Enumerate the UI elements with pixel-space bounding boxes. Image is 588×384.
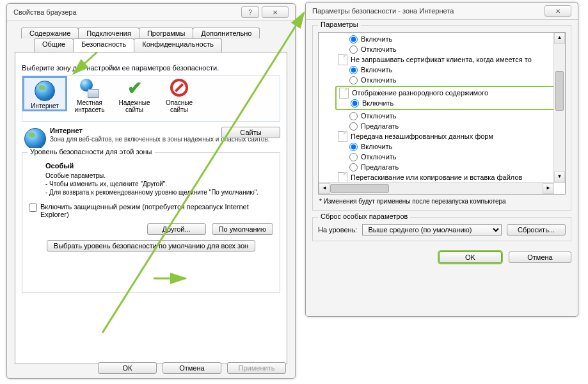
- page-icon: [338, 172, 347, 183]
- tab-strip: Содержание Подключения Программы Дополни…: [15, 28, 287, 52]
- zone-prompt: Выберите зону для настройки ее параметро…: [22, 64, 280, 72]
- ok-button[interactable]: OK: [439, 252, 502, 263]
- zone-intranet[interactable]: Местная интрасеть: [67, 76, 112, 113]
- reset-all-zones-button[interactable]: Выбрать уровень безопасности по умолчани…: [47, 240, 255, 252]
- security-panel: Выберите зону для настройки ее параметро…: [15, 52, 287, 364]
- protected-mode-checkbox[interactable]: Включить защищенный режим (потребуется п…: [29, 203, 273, 218]
- level-name: Особый: [45, 162, 273, 170]
- custom-level-button[interactable]: Другой...: [147, 223, 206, 235]
- zone-restricted[interactable]: Опасные сайты: [157, 76, 202, 113]
- page-icon: [338, 54, 347, 65]
- tab-security[interactable]: Безопасность: [73, 38, 134, 52]
- sites-button[interactable]: Сайты: [221, 127, 280, 138]
- scroll-down-arrow[interactable]: ▼: [554, 172, 565, 183]
- radio-option[interactable]: Предлагать: [322, 162, 565, 172]
- tab-connections[interactable]: Подключения: [78, 28, 139, 38]
- group-title: Уровень безопасности для этой зоны: [28, 148, 155, 156]
- tab-content[interactable]: Содержание: [21, 28, 79, 38]
- page-icon: [338, 131, 347, 142]
- tab-general[interactable]: Общие: [34, 38, 74, 52]
- restart-note: * Изменения будут применены после переза…: [319, 198, 564, 205]
- security-level-group: Уровень безопасности для этой зоны Особы…: [22, 152, 280, 293]
- help-button[interactable]: ?: [241, 6, 259, 18]
- radio-option[interactable]: Отключить: [322, 75, 565, 85]
- setting-heading: Перетаскивание или копирование и вставка…: [322, 172, 565, 182]
- highlighted-setting: Отображение разнородного содержимого Вкл…: [335, 86, 564, 110]
- dialog-footer: ОК Отмена Применить: [94, 362, 286, 374]
- radio-option[interactable]: Отключить: [322, 152, 565, 162]
- scroll-thumb[interactable]: [330, 184, 389, 193]
- tab-privacy[interactable]: Конфиденциальность: [134, 38, 222, 52]
- cancel-button[interactable]: Отмена: [509, 252, 571, 263]
- forbidden-icon: [170, 79, 189, 98]
- ok-button[interactable]: ОК: [98, 362, 157, 374]
- group-title: Параметры: [318, 20, 361, 28]
- radio-option[interactable]: Отключить: [322, 111, 565, 121]
- radio-option[interactable]: Отключить: [322, 44, 565, 54]
- radio-option[interactable]: Включить: [322, 34, 565, 44]
- setting-heading: Передача незашифрованных данных форм: [322, 131, 565, 141]
- checkmark-icon: ✔: [125, 79, 144, 98]
- zone-trusted[interactable]: ✔ Надежные сайты: [112, 76, 157, 113]
- reset-level-combo[interactable]: Выше среднего (по умолчанию): [362, 224, 502, 236]
- globe-icon: [35, 81, 55, 101]
- dialog-title: Свойства браузера: [13, 8, 241, 16]
- close-button[interactable]: ✕: [544, 5, 571, 17]
- vertical-scrollbar[interactable]: ▲ ▼: [553, 33, 565, 183]
- zone-list: Интернет Местная интрасеть ✔ Надежные са…: [22, 76, 280, 122]
- reset-label: На уровень:: [318, 226, 357, 234]
- tab-programs[interactable]: Программы: [139, 28, 193, 38]
- default-level-button[interactable]: По умолчанию: [212, 223, 273, 235]
- cancel-button[interactable]: Отмена: [163, 362, 221, 374]
- zone-description: Интернет Зона для веб-сайтов, не включен…: [22, 127, 280, 143]
- zone-name: Интернет: [50, 127, 83, 134]
- page-icon: [339, 88, 349, 99]
- scroll-up-arrow[interactable]: ▲: [554, 33, 565, 44]
- dialog-footer: OK Отмена: [312, 252, 571, 263]
- dialog-title: Параметры безопасности - зона Интернета: [312, 7, 544, 15]
- reset-button[interactable]: Сбросить...: [507, 224, 566, 236]
- setting-heading: Отображение разнородного содержимого: [337, 88, 562, 98]
- reset-group: Сброс особых параметров На уровень: Выше…: [312, 217, 571, 241]
- setting-heading: Не запрашивать сертификат клиента, когда…: [322, 54, 565, 65]
- horizontal-scrollbar[interactable]: ◄ ►: [319, 182, 554, 194]
- radio-option[interactable]: Включить: [322, 141, 565, 152]
- close-button[interactable]: ✕: [262, 6, 289, 18]
- settings-tree[interactable]: Включить Отключить Не запрашивать сертиф…: [318, 32, 566, 195]
- parameters-group: Параметры Включить Отключить Не запрашив…: [312, 25, 571, 211]
- zone-internet[interactable]: Интернет: [22, 76, 67, 111]
- apply-button[interactable]: Применить: [227, 362, 286, 374]
- scroll-right-arrow[interactable]: ►: [543, 183, 554, 194]
- intranet-icon: [80, 79, 99, 98]
- group-title: Сброс особых параметров: [318, 212, 410, 220]
- dialog-titlebar: Параметры безопасности - зона Интернета …: [306, 3, 578, 20]
- radio-option[interactable]: Предлагать: [322, 121, 565, 131]
- security-settings-dialog: Параметры безопасности - зона Интернета …: [305, 2, 578, 317]
- scroll-thumb[interactable]: [555, 71, 564, 111]
- globe-icon: [24, 128, 46, 150]
- scroll-left-arrow[interactable]: ◄: [319, 183, 330, 194]
- browser-properties-dialog: Свойства браузера ? ✕ Содержание Подключ…: [6, 3, 296, 379]
- dialog-titlebar: Свойства браузера ? ✕: [7, 4, 295, 21]
- radio-option[interactable]: Включить: [337, 98, 562, 108]
- tab-advanced[interactable]: Дополнительно: [193, 28, 260, 38]
- radio-option[interactable]: Включить: [322, 65, 565, 75]
